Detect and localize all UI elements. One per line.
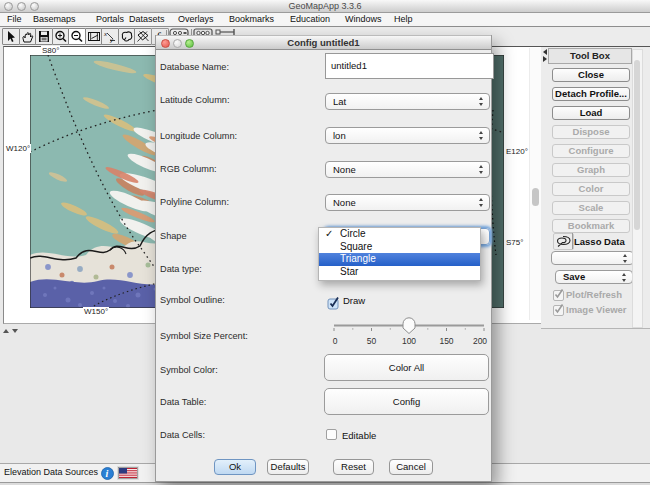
svg-text:100: 100 <box>402 336 416 345</box>
svg-text:50: 50 <box>367 336 377 345</box>
svg-text:150: 150 <box>439 336 453 345</box>
svg-text:i: i <box>106 468 109 479</box>
svg-text:x: x <box>103 31 108 37</box>
svg-text:0: 0 <box>333 336 338 345</box>
svg-text:200: 200 <box>473 336 487 345</box>
